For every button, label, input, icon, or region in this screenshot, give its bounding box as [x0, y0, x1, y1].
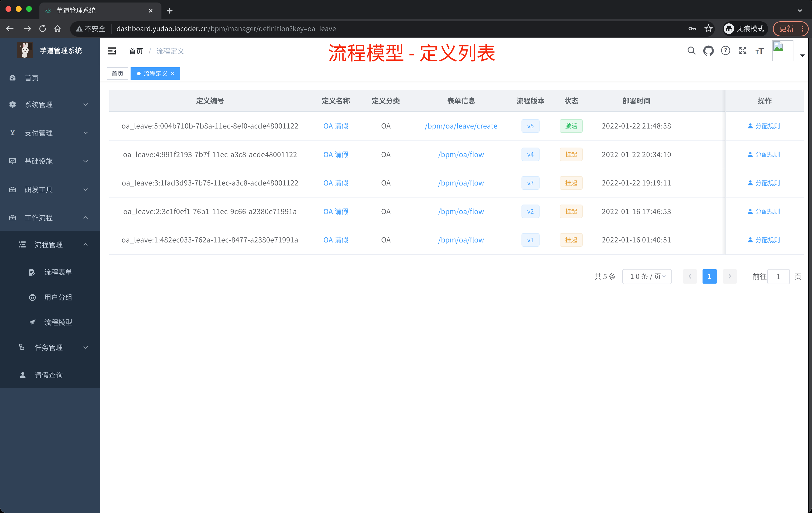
svg-text:¥: ¥ [10, 129, 15, 137]
svg-text:T: T [758, 46, 764, 56]
svg-text:?: ? [724, 47, 727, 53]
